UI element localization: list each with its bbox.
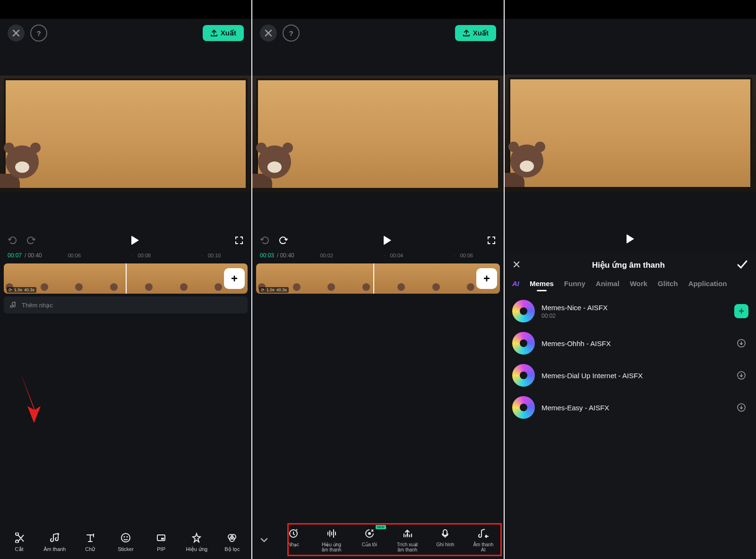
tab-application[interactable]: Application (688, 280, 727, 291)
subtool-label: Trích xuất âm thanh (397, 542, 418, 552)
clip-badge: ⟳1.0x40.3s (7, 287, 36, 293)
tool-label: Hiệu ứng (186, 546, 207, 552)
tool-label: PIP (157, 546, 165, 552)
add-music-row[interactable]: Thêm nhạc (4, 296, 248, 313)
tab-animal[interactable]: Animal (596, 280, 619, 291)
tool-cut[interactable]: Cắt (2, 531, 36, 552)
subtool-sound-fx[interactable]: Hiệu ứng âm thanh (313, 527, 350, 552)
sound-name: Memes-Dial Up Internet - AISFX (541, 372, 728, 380)
video-preview[interactable] (252, 76, 504, 193)
tool-label: Cắt (15, 546, 24, 552)
close-icon[interactable] (260, 25, 277, 42)
editor-panel-2: ? Xuất 00:03 / 00:40 00:02 00:04 0 (252, 0, 505, 559)
sound-item[interactable]: Memes-Easy - AISFX (512, 391, 748, 423)
new-badge: NEW (376, 525, 386, 529)
tool-pip[interactable]: PIP (144, 531, 179, 552)
extract-icon (401, 527, 414, 540)
export-button[interactable]: Xuất (455, 25, 496, 41)
play-button[interactable] (627, 234, 634, 244)
subtool-extract[interactable]: Trích xuất âm thanh (389, 527, 426, 552)
undo-icon[interactable] (8, 235, 18, 246)
svg-point-1 (123, 536, 125, 538)
sound-list: Memes-Nice - AISFX00:02+Memes-Ohhh - AIS… (505, 291, 756, 559)
export-button[interactable]: Xuất (203, 25, 244, 41)
svg-point-2 (126, 536, 128, 538)
disc-icon (512, 364, 535, 387)
tab-glitch[interactable]: Glitch (658, 280, 678, 291)
disc-icon (512, 300, 535, 322)
download-icon[interactable] (734, 368, 748, 382)
cut-icon (13, 531, 26, 544)
panel-title: Hiệu ứng âm thanh (521, 260, 736, 270)
add-clip-button[interactable]: + (224, 268, 245, 289)
timeline[interactable]: ⟳1.0x40.3s + (4, 263, 248, 294)
subtool-label: Của tôi (362, 542, 377, 547)
disc-icon (512, 396, 535, 419)
help-icon[interactable]: ? (30, 25, 47, 42)
download-icon[interactable] (734, 400, 748, 415)
time-total: / 00:40 (277, 252, 294, 259)
subtool-label: Âm thanh AI (473, 542, 493, 552)
tool-label: Bộ lọc (224, 546, 240, 552)
subtool-mine[interactable]: NEWCủa tôi (351, 527, 388, 552)
sound-effects-panel: ✕ Hiệu ứng âm thanh AIMemesFunnyAnimalWo… (505, 253, 756, 559)
timeline[interactable]: ⟳1.0x40.3s + (256, 263, 500, 294)
audio-icon (48, 531, 61, 544)
close-icon[interactable] (8, 25, 25, 42)
time-marks: 00:02 00:04 00:06 (297, 253, 496, 258)
editor-panel-1: ? Xuất 00:07 / 00:40 00:06 00:08 0 (0, 0, 252, 559)
confirm-icon[interactable] (736, 259, 748, 271)
play-button[interactable] (131, 236, 139, 245)
sound-item[interactable]: Memes-Dial Up Internet - AISFX (512, 359, 748, 391)
svg-rect-4 (161, 538, 164, 540)
sound-duration: 00:02 (541, 313, 728, 319)
sound-name: Memes-Ohhh - AISFX (541, 339, 728, 347)
fullscreen-icon[interactable] (487, 236, 496, 245)
tab-funny[interactable]: Funny (564, 280, 585, 291)
subtool-music[interactable]: Nhạc (275, 527, 312, 552)
sound-name: Memes-Nice - AISFX (541, 304, 728, 312)
svg-point-0 (121, 534, 130, 542)
effects-icon (190, 531, 203, 544)
filter-icon (225, 531, 239, 544)
time-marks: 00:06 00:08 00:10 (45, 253, 244, 258)
close-icon[interactable]: ✕ (512, 259, 521, 271)
sound-item[interactable]: Memes-Nice - AISFX00:02+ (512, 295, 748, 327)
tool-filter[interactable]: Bộ lọc (215, 531, 249, 552)
add-clip-button[interactable]: + (476, 268, 497, 289)
download-icon[interactable] (734, 336, 748, 350)
tab-memes[interactable]: Memes (530, 280, 554, 291)
category-tabs: AIMemesFunnyAnimalWorkGlitchApplication (505, 277, 756, 291)
redo-icon[interactable] (278, 235, 288, 246)
playhead[interactable] (373, 263, 374, 294)
tool-label: Sticker (118, 546, 134, 552)
collapse-icon[interactable] (254, 535, 274, 552)
fullscreen-icon[interactable] (234, 236, 244, 245)
undo-icon[interactable] (260, 235, 270, 246)
tab-ai[interactable]: AI (512, 280, 519, 291)
subtool-label: Ghi hình (437, 542, 455, 547)
time-total: / 00:40 (25, 252, 42, 259)
video-preview[interactable] (505, 75, 756, 192)
tab-work[interactable]: Work (630, 280, 647, 291)
add-sound-button[interactable]: + (734, 304, 748, 318)
help-icon[interactable]: ? (283, 25, 300, 42)
play-button[interactable] (384, 236, 391, 245)
clip-badge: ⟳1.0x40.3s (259, 287, 289, 293)
editor-panel-3: ✕ Hiệu ứng âm thanh AIMemesFunnyAnimalWo… (505, 0, 756, 559)
sound-item[interactable]: Memes-Ohhh - AISFX (512, 327, 748, 359)
tool-effects[interactable]: Hiệu ứng (180, 531, 214, 552)
tool-text[interactable]: Chữ (73, 531, 107, 552)
disc-icon (512, 332, 535, 355)
video-preview[interactable] (0, 76, 251, 193)
playhead[interactable] (126, 263, 127, 294)
music-icon (287, 527, 300, 540)
subtool-ai-audio[interactable]: Âm thanh AI (465, 527, 502, 552)
redo-icon[interactable] (26, 235, 36, 246)
tool-sticker[interactable]: Sticker (108, 531, 143, 552)
sound-name: Memes-Easy - AISFX (541, 404, 728, 412)
mine-icon (363, 527, 376, 540)
subtool-record[interactable]: Ghi hình (427, 527, 464, 552)
tool-audio[interactable]: Âm thanh (37, 531, 72, 552)
pip-icon (155, 531, 168, 544)
